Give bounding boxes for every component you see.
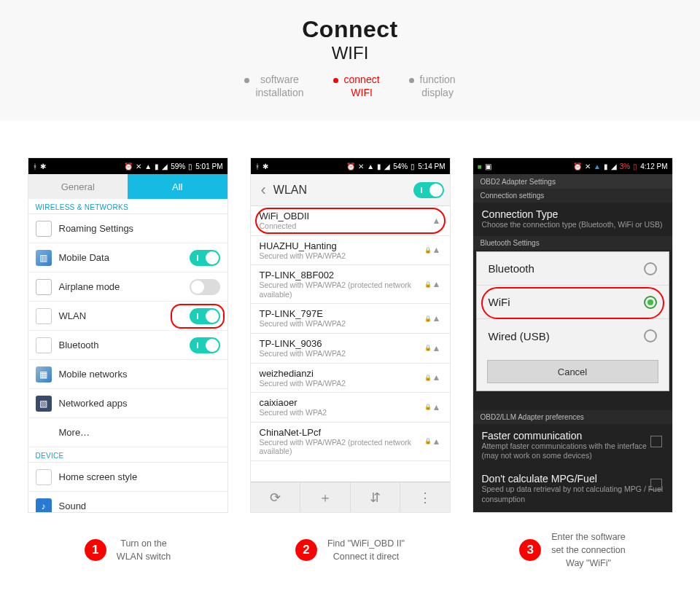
option-bluetooth[interactable]: Bluetooth (477, 252, 669, 286)
add-icon[interactable]: ＋ (300, 482, 351, 512)
title-main: Connect (0, 16, 700, 43)
wifi-row[interactable]: TP-LINK_797ESecured with WPA/WPA2🔒▲ (251, 304, 450, 334)
row-mpg[interactable]: Don't calculate MPG/Fuel Speed up data r… (473, 467, 672, 510)
wifi-sub: Secured with WPA/WPA2 (260, 319, 441, 329)
tabs: General All (28, 174, 228, 199)
bluetooth-icon: ✱ (40, 162, 46, 170)
toggle-bluetooth[interactable] (190, 337, 220, 353)
row-faster[interactable]: Faster communication Attempt faster comm… (473, 424, 672, 467)
caption-2: 2 Find "WiFi_OBD II"Connect it direct (250, 530, 451, 570)
checkbox[interactable] (650, 479, 662, 490)
stepper-step-software[interactable]: softwareinstallation (244, 74, 303, 99)
wifi-row[interactable]: weizhedianziSecured with WPA/WPA2🔒▲ (251, 364, 450, 393)
row-mobile-data[interactable]: ▥ Mobile Data (28, 243, 228, 272)
row-title: Don't calculate MPG/Fuel (482, 473, 664, 484)
caption-3: 3 Enter the softwareset the connectionWa… (472, 530, 673, 570)
wifi-row[interactable]: HUAZHU_HantingSecured with WPA/WPA2🔒▲ (251, 236, 450, 266)
home-icon: ⌂ (36, 469, 52, 485)
cancel-button[interactable]: Cancel (487, 360, 658, 383)
airplane-icon: ✈ (36, 279, 52, 295)
wifi-row[interactable]: WiFi_OBDIIConnected▲ (251, 206, 450, 236)
row-sound[interactable]: ♪ Sound (28, 492, 228, 512)
connection-dialog: Bluetooth WiFi Wired (USB) Cancel (476, 251, 669, 391)
clock-text: 5:01 PM (195, 162, 222, 170)
settings-list[interactable]: WIRELESS & NETWORKS ▲ Roaming Settings ▥… (28, 199, 228, 512)
clock-text: 4:12 PM (640, 162, 667, 170)
wifi-row[interactable]: ChinaNet-LPcfSecured with WPA/WPA2 (prot… (251, 423, 450, 461)
battery-text: 59% (171, 162, 185, 170)
wifi-signal-icon: 🔒▲ (424, 245, 441, 255)
refresh-icon[interactable]: ⟳ (251, 482, 301, 512)
wifi-signal-icon: 🔒▲ (424, 313, 441, 323)
wifi-row[interactable]: TP-LINK_8BF002Secured with WPA/WPA2 (pro… (251, 265, 450, 304)
row-connection-type[interactable]: Connection Type Choose the connection ty… (473, 203, 672, 236)
status-bar: ᚼ ✱ ⏰ ✕ ▲ ▮ ◢ 54% ▯ 5:14 PM (251, 158, 450, 174)
radio-icon[interactable] (644, 329, 657, 342)
mute-icon: ✕ (358, 162, 364, 170)
wifi-name: ChinaNet-LPcf (260, 427, 441, 438)
wifi-signal-icon: ▲ (432, 216, 441, 226)
wifi-signal-icon: 🔒▲ (424, 402, 441, 412)
row-more[interactable]: More… (28, 418, 228, 447)
row-bluetooth[interactable]: B Bluetooth (28, 331, 228, 360)
wifi-sub: Secured with WPA/WPA2 (protected network… (260, 438, 441, 456)
wifi-row[interactable]: TP-LINK_9036Secured with WPA/WPA2🔒▲ (251, 334, 450, 364)
stepper-step-connect[interactable]: connectWIFI (333, 74, 380, 99)
section-adapter: OBD2/LLM Adapter preferences (473, 410, 672, 424)
alarm-icon: ⏰ (124, 162, 133, 170)
back-icon[interactable]: ‹ (257, 181, 271, 200)
wifi-sub: Secured with WPA/WPA2 (260, 251, 441, 261)
status-bar: ᚼ ✱ ⏰ ✕ ▲ ▮ ◢ 59% ▯ 5:01 PM (28, 158, 228, 174)
clock-text: 5:14 PM (418, 162, 445, 170)
wifi-list[interactable]: WiFi_OBDIIConnected▲HUAZHU_HantingSecure… (251, 206, 450, 482)
dot-icon (244, 78, 249, 83)
battery-icon: ▯ (188, 162, 192, 170)
menu-icon[interactable]: ⋮ (400, 482, 450, 512)
wifi-sub: Secured with WPA/WPA2 (260, 379, 441, 388)
phone-wlan: ᚼ ✱ ⏰ ✕ ▲ ▮ ◢ 54% ▯ 5:14 PM ‹ WLAN WiFi_… (250, 157, 451, 513)
toggle-wlan-master[interactable] (413, 182, 444, 198)
row-label: Mobile Data (59, 252, 109, 263)
option-wifi[interactable]: WiFi (477, 286, 669, 319)
tab-all[interactable]: All (128, 174, 228, 199)
step-badge: 3 (519, 539, 541, 561)
wps-icon[interactable]: ⇵ (351, 482, 401, 512)
radio-icon[interactable] (644, 262, 657, 275)
network-icon: ▦ (36, 366, 52, 382)
checkbox[interactable] (650, 436, 662, 447)
step-badge: 1 (85, 539, 106, 561)
row-wlan[interactable]: ≋ WLAN (28, 302, 228, 331)
dot-icon (409, 78, 414, 83)
row-home-style[interactable]: ⌂ Home screen style (28, 463, 228, 492)
tab-general[interactable]: General (28, 174, 128, 199)
bluetooth-icon: ✱ (262, 162, 268, 170)
dot-icon (333, 78, 338, 83)
signal-icon: ▮ (604, 162, 608, 170)
option-label: Bluetooth (489, 262, 534, 275)
row-desc: Choose the connection type (Bluetooth, W… (482, 220, 664, 230)
toggle-wlan[interactable] (190, 308, 220, 324)
stepper-step-function[interactable]: functiondisplay (409, 74, 456, 99)
row-mobile-networks[interactable]: ▦ Mobile networks (28, 360, 228, 389)
option-wired[interactable]: Wired (USB) (477, 319, 669, 353)
bluetooth-icon: ᚼ (255, 162, 260, 170)
signal-icon: ◢ (384, 162, 390, 170)
captions-row: 1 Turn on theWLAN switch 2 Find "WiFi_OB… (0, 520, 700, 596)
row-networked-apps[interactable]: ▧ Networked apps (28, 389, 228, 418)
signal-icon: ◢ (611, 162, 617, 170)
wifi-signal-icon: 🔒▲ (424, 372, 441, 382)
row-title: Faster communication (482, 430, 664, 442)
row-label: Roaming Settings (59, 223, 134, 234)
wifi-name: TP-LINK_9036 (260, 338, 441, 349)
title-sub: WIFI (0, 43, 700, 63)
row-airplane[interactable]: ✈ Airplane mode (28, 272, 228, 302)
wifi-row[interactable]: caixiaoerSecured with WPA2🔒▲ (251, 393, 450, 423)
mute-icon: ✕ (585, 162, 591, 170)
toggle-airplane[interactable] (190, 279, 220, 295)
toggle-mobile-data[interactable] (190, 250, 220, 266)
row-roaming[interactable]: ▲ Roaming Settings (28, 214, 228, 243)
wifi-sub: Secured with WPA/WPA2 (260, 349, 441, 358)
radio-icon[interactable] (644, 296, 657, 309)
sound-icon: ♪ (36, 498, 52, 513)
wifi-signal-icon: 🔒▲ (424, 279, 441, 289)
